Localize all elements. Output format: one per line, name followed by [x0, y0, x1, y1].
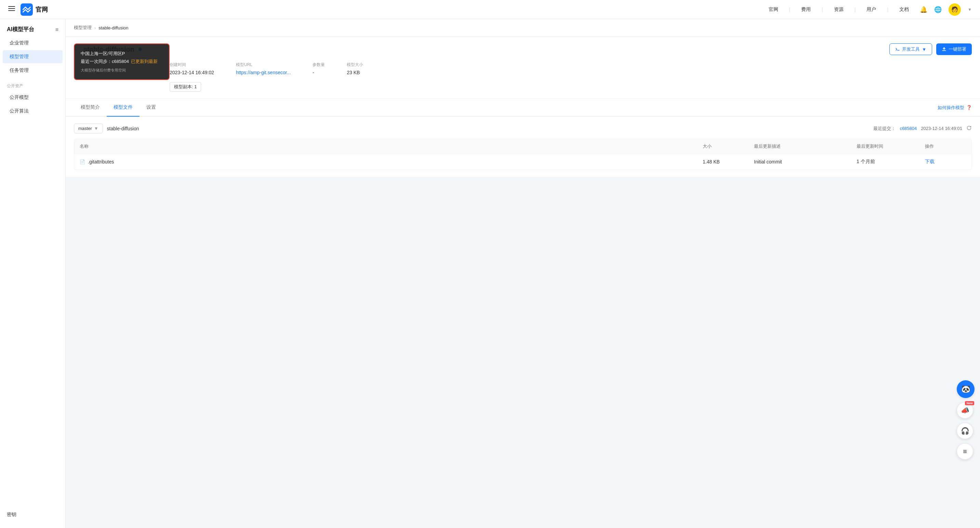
- sidebar-item-key[interactable]: 密钥: [7, 508, 59, 521]
- nav-link-ziyuan[interactable]: 资源: [834, 6, 843, 13]
- meta-row: 创建时间 2023-12-14 16:49:02 模型URL https://a…: [170, 62, 972, 75]
- breadcrumb: 模型管理 › stable-diffusion: [66, 19, 980, 37]
- files-section: master ▼ stable-diffusion 最近提交： c685804 …: [66, 117, 980, 177]
- col-name: 名称: [80, 143, 703, 149]
- page-header: ← stable-diffusion 开发工具 ▼ 一键部署: [66, 37, 980, 99]
- nav-link-yonghu[interactable]: 用户: [867, 6, 876, 13]
- latest-commit-label: 最近提交：: [873, 126, 896, 132]
- branch-bar: master ▼ stable-diffusion 最近提交： c685804 …: [74, 124, 972, 134]
- svg-rect-1: [8, 8, 15, 9]
- svg-rect-0: [8, 6, 15, 7]
- branch-left: master ▼ stable-diffusion: [74, 124, 139, 134]
- sidebar: AI模型平台 ≡ 企业管理 模型管理 任务管理 公开资产 公开模型 公开算法 密…: [0, 19, 66, 528]
- branch-dropdown-icon: ▼: [94, 126, 99, 131]
- user-avatar[interactable]: 🧑: [948, 3, 961, 16]
- tabs: 模型简介 模型文件 设置: [74, 99, 163, 116]
- col-action: 操作: [925, 143, 966, 149]
- tab-files[interactable]: 模型文件: [107, 99, 140, 117]
- branch-name: master: [78, 126, 92, 131]
- branch-select[interactable]: master ▼: [74, 124, 103, 134]
- info-tooltip: 中国上海一区/可用区P 最近一次同步：c685804 已更新到最新 大模型存储后…: [74, 43, 170, 80]
- file-download-link[interactable]: 下载: [925, 159, 966, 165]
- sidebar-item-task-management[interactable]: 任务管理: [3, 64, 62, 77]
- col-size: 大小: [703, 143, 754, 149]
- meta-params: 参数量 -: [313, 62, 325, 75]
- meta-model-size: 模型大小 23 KB: [347, 62, 363, 75]
- replica-badge-container: 模型副本: 1: [170, 78, 972, 92]
- sidebar-item-model-management[interactable]: 模型管理: [3, 50, 62, 63]
- refresh-icon[interactable]: [966, 125, 972, 132]
- dev-tools-dropdown-icon: ▼: [922, 47, 926, 52]
- sidebar-bottom: 密钥: [0, 508, 65, 521]
- sidebar-item-public-algorithms[interactable]: 公开算法: [3, 105, 62, 118]
- breadcrumb-model-management[interactable]: 模型管理: [74, 25, 92, 31]
- nav-link-feiyong[interactable]: 费用: [801, 6, 811, 13]
- nav-links: 官网 | 费用 | 资源 | 用户 | 文档: [769, 6, 909, 13]
- announcement-button[interactable]: 📣 New: [957, 402, 973, 418]
- file-table-header: 名称 大小 最后更新描述 最后更新时间 操作: [74, 139, 972, 154]
- file-table: 名称 大小 最后更新描述 最后更新时间 操作 📄 .gitattributes …: [74, 139, 972, 170]
- col-updated-time: 最后更新时间: [857, 143, 925, 149]
- bell-icon[interactable]: 🔔: [920, 6, 928, 13]
- svg-rect-3: [21, 3, 33, 16]
- sidebar-platform-title: AI模型平台 ≡: [0, 19, 65, 36]
- nav-link-guanwang[interactable]: 官网: [769, 6, 778, 13]
- sidebar-section-public: 公开资产: [0, 78, 65, 90]
- meta-created-time: 创建时间 2023-12-14 16:49:02: [170, 62, 214, 75]
- file-icon: 📄: [80, 159, 85, 164]
- header-actions: 开发工具 ▼ 一键部署: [889, 43, 972, 55]
- nav-icons: 🔔 🌐 🧑 ▼: [920, 3, 972, 16]
- commit-time: 2023-12-14 16:49:01: [921, 126, 962, 131]
- main-content: 模型管理 › stable-diffusion ← stable-diffusi…: [66, 19, 980, 528]
- support-button[interactable]: 🎧: [957, 423, 973, 439]
- help-circle-icon: ❓: [966, 105, 972, 110]
- file-updated-time: 1 个月前: [857, 159, 925, 165]
- tabs-section: 模型简介 模型文件 设置 如何操作模型 ❓: [66, 99, 980, 117]
- main-layout: AI模型平台 ≡ 企业管理 模型管理 任务管理 公开资产 公开模型 公开算法 密…: [0, 19, 980, 528]
- top-navigation: 官网 官网 | 费用 | 资源 | 用户 | 文档 🔔 🌐 🧑 ▼: [0, 0, 980, 19]
- branch-path: stable-diffusion: [107, 126, 139, 131]
- tab-help-link[interactable]: 如何操作模型 ❓: [938, 105, 972, 111]
- more-options-button[interactable]: ≡: [957, 443, 973, 460]
- logo[interactable]: 官网: [21, 3, 48, 16]
- col-description: 最后更新描述: [754, 143, 857, 149]
- file-name-text: .gitattributes: [88, 159, 114, 164]
- meta-model-url: 模型URL https://amp-git.sensecor...: [236, 62, 291, 75]
- svg-rect-2: [8, 10, 15, 11]
- file-description: Initial commit: [754, 159, 857, 164]
- nav-link-wendang[interactable]: 文档: [899, 6, 909, 13]
- logo-text: 官网: [35, 5, 48, 14]
- globe-icon[interactable]: 🌐: [934, 6, 942, 13]
- new-badge: New: [965, 401, 974, 405]
- deploy-button[interactable]: 一键部署: [936, 43, 972, 55]
- sidebar-item-public-models[interactable]: 公开模型: [3, 91, 62, 104]
- replica-badge: 模型副本: 1: [170, 82, 201, 92]
- sidebar-toggle-icon[interactable]: ≡: [56, 27, 59, 33]
- float-widget: 🐼 📣 New 🎧 ≡: [957, 380, 975, 460]
- chat-bot-button[interactable]: 🐼: [957, 380, 975, 398]
- breadcrumb-separator: ›: [94, 25, 96, 30]
- avatar-dropdown-icon[interactable]: ▼: [968, 7, 972, 12]
- page-header-row: ← stable-diffusion 开发工具 ▼ 一键部署: [74, 43, 972, 55]
- sidebar-item-enterprise[interactable]: 企业管理: [3, 37, 62, 49]
- branch-right: 最近提交： c685804 2023-12-14 16:49:01: [873, 125, 972, 132]
- hamburger-menu[interactable]: [8, 5, 15, 14]
- commit-hash[interactable]: c685804: [900, 126, 917, 131]
- file-name: 📄 .gitattributes: [80, 159, 703, 164]
- breadcrumb-current: stable-diffusion: [99, 25, 128, 30]
- table-row: 📄 .gitattributes 1.48 KB Initial commit …: [74, 154, 972, 170]
- dev-tools-button[interactable]: 开发工具 ▼: [889, 43, 932, 55]
- file-size: 1.48 KB: [703, 159, 754, 164]
- tab-overview[interactable]: 模型简介: [74, 99, 107, 117]
- tab-settings[interactable]: 设置: [140, 99, 163, 117]
